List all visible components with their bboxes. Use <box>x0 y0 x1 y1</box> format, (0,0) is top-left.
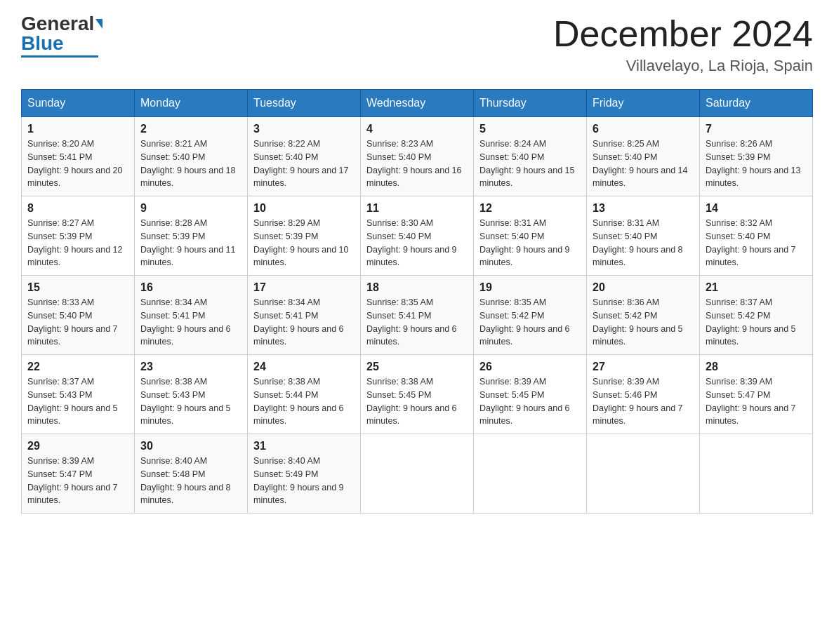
calendar-cell <box>700 434 813 514</box>
calendar-cell: 11 Sunrise: 8:30 AM Sunset: 5:40 PM Dayl… <box>361 196 474 276</box>
calendar-cell: 17 Sunrise: 8:34 AM Sunset: 5:41 PM Dayl… <box>248 276 361 355</box>
day-number: 25 <box>366 361 468 373</box>
calendar-cell: 23 Sunrise: 8:38 AM Sunset: 5:43 PM Dayl… <box>135 355 248 434</box>
day-number: 12 <box>479 202 581 215</box>
calendar-cell: 5 Sunrise: 8:24 AM Sunset: 5:40 PM Dayli… <box>474 117 587 196</box>
weekday-header-thursday: Thursday <box>474 90 587 117</box>
calendar-cell: 4 Sunrise: 8:23 AM Sunset: 5:40 PM Dayli… <box>361 117 474 196</box>
calendar-subtitle: Villavelayo, La Rioja, Spain <box>553 57 813 75</box>
day-number: 21 <box>706 281 807 294</box>
calendar-cell: 16 Sunrise: 8:34 AM Sunset: 5:41 PM Dayl… <box>135 276 248 355</box>
day-number: 23 <box>140 361 241 373</box>
calendar-week-row: 1 Sunrise: 8:20 AM Sunset: 5:41 PM Dayli… <box>22 117 813 196</box>
weekday-header-wednesday: Wednesday <box>361 90 474 117</box>
day-info: Sunrise: 8:22 AM Sunset: 5:40 PM Dayligh… <box>253 137 355 190</box>
day-info: Sunrise: 8:38 AM Sunset: 5:45 PM Dayligh… <box>366 375 468 428</box>
day-number: 19 <box>479 281 581 294</box>
calendar-cell: 31 Sunrise: 8:40 AM Sunset: 5:49 PM Dayl… <box>248 434 361 514</box>
day-info: Sunrise: 8:31 AM Sunset: 5:40 PM Dayligh… <box>479 217 581 269</box>
day-info: Sunrise: 8:24 AM Sunset: 5:40 PM Dayligh… <box>479 137 581 190</box>
weekday-header-sunday: Sunday <box>22 90 135 117</box>
calendar-cell: 21 Sunrise: 8:37 AM Sunset: 5:42 PM Dayl… <box>700 276 813 355</box>
calendar-cell: 15 Sunrise: 8:33 AM Sunset: 5:40 PM Dayl… <box>22 276 135 355</box>
day-number: 4 <box>366 123 468 135</box>
calendar-cell: 27 Sunrise: 8:39 AM Sunset: 5:46 PM Dayl… <box>587 355 700 434</box>
day-info: Sunrise: 8:40 AM Sunset: 5:48 PM Dayligh… <box>140 455 241 507</box>
calendar-cell: 28 Sunrise: 8:39 AM Sunset: 5:47 PM Dayl… <box>700 355 813 434</box>
day-number: 10 <box>253 202 355 215</box>
day-info: Sunrise: 8:21 AM Sunset: 5:40 PM Dayligh… <box>140 137 241 190</box>
day-info: Sunrise: 8:25 AM Sunset: 5:40 PM Dayligh… <box>593 137 694 190</box>
day-info: Sunrise: 8:39 AM Sunset: 5:46 PM Dayligh… <box>593 375 694 428</box>
day-number: 17 <box>253 281 355 294</box>
day-info: Sunrise: 8:40 AM Sunset: 5:49 PM Dayligh… <box>253 455 355 507</box>
day-number: 14 <box>706 202 807 215</box>
calendar-title: December 2024 <box>553 14 813 54</box>
day-info: Sunrise: 8:27 AM Sunset: 5:39 PM Dayligh… <box>27 217 128 269</box>
day-number: 1 <box>27 123 128 135</box>
day-number: 26 <box>479 361 581 373</box>
day-info: Sunrise: 8:26 AM Sunset: 5:39 PM Dayligh… <box>706 137 807 190</box>
day-number: 6 <box>593 123 694 135</box>
day-number: 20 <box>593 281 694 294</box>
calendar-cell: 19 Sunrise: 8:35 AM Sunset: 5:42 PM Dayl… <box>474 276 587 355</box>
day-info: Sunrise: 8:28 AM Sunset: 5:39 PM Dayligh… <box>140 217 241 269</box>
calendar-cell: 12 Sunrise: 8:31 AM Sunset: 5:40 PM Dayl… <box>474 196 587 276</box>
logo: GeneralBlue <box>21 14 102 58</box>
calendar-cell: 3 Sunrise: 8:22 AM Sunset: 5:40 PM Dayli… <box>248 117 361 196</box>
day-number: 13 <box>593 202 694 215</box>
calendar-cell: 29 Sunrise: 8:39 AM Sunset: 5:47 PM Dayl… <box>22 434 135 514</box>
logo-triangle-icon <box>95 19 102 29</box>
logo-text: GeneralBlue <box>21 14 102 53</box>
calendar-cell: 25 Sunrise: 8:38 AM Sunset: 5:45 PM Dayl… <box>361 355 474 434</box>
day-info: Sunrise: 8:36 AM Sunset: 5:42 PM Dayligh… <box>593 296 694 349</box>
calendar-cell: 22 Sunrise: 8:37 AM Sunset: 5:43 PM Dayl… <box>22 355 135 434</box>
day-info: Sunrise: 8:35 AM Sunset: 5:42 PM Dayligh… <box>479 296 581 349</box>
day-info: Sunrise: 8:39 AM Sunset: 5:45 PM Dayligh… <box>479 375 581 428</box>
day-info: Sunrise: 8:39 AM Sunset: 5:47 PM Dayligh… <box>706 375 807 428</box>
logo-underline <box>21 55 98 58</box>
weekday-header-tuesday: Tuesday <box>248 90 361 117</box>
day-info: Sunrise: 8:39 AM Sunset: 5:47 PM Dayligh… <box>27 455 128 507</box>
day-number: 16 <box>140 281 241 294</box>
calendar-cell: 9 Sunrise: 8:28 AM Sunset: 5:39 PM Dayli… <box>135 196 248 276</box>
day-number: 11 <box>366 202 468 215</box>
calendar-cell: 8 Sunrise: 8:27 AM Sunset: 5:39 PM Dayli… <box>22 196 135 276</box>
calendar-week-row: 29 Sunrise: 8:39 AM Sunset: 5:47 PM Dayl… <box>22 434 813 514</box>
calendar-cell: 30 Sunrise: 8:40 AM Sunset: 5:48 PM Dayl… <box>135 434 248 514</box>
calendar-week-row: 8 Sunrise: 8:27 AM Sunset: 5:39 PM Dayli… <box>22 196 813 276</box>
calendar-week-row: 15 Sunrise: 8:33 AM Sunset: 5:40 PM Dayl… <box>22 276 813 355</box>
calendar-cell <box>361 434 474 514</box>
weekday-header-saturday: Saturday <box>700 90 813 117</box>
day-number: 8 <box>27 202 128 215</box>
calendar-cell: 24 Sunrise: 8:38 AM Sunset: 5:44 PM Dayl… <box>248 355 361 434</box>
day-info: Sunrise: 8:23 AM Sunset: 5:40 PM Dayligh… <box>366 137 468 190</box>
day-number: 28 <box>706 361 807 373</box>
day-info: Sunrise: 8:31 AM Sunset: 5:40 PM Dayligh… <box>593 217 694 269</box>
day-number: 22 <box>27 361 128 373</box>
calendar-cell: 7 Sunrise: 8:26 AM Sunset: 5:39 PM Dayli… <box>700 117 813 196</box>
day-number: 9 <box>140 202 241 215</box>
day-number: 15 <box>27 281 128 294</box>
calendar-cell: 6 Sunrise: 8:25 AM Sunset: 5:40 PM Dayli… <box>587 117 700 196</box>
day-info: Sunrise: 8:33 AM Sunset: 5:40 PM Dayligh… <box>27 296 128 349</box>
day-info: Sunrise: 8:34 AM Sunset: 5:41 PM Dayligh… <box>140 296 241 349</box>
day-info: Sunrise: 8:34 AM Sunset: 5:41 PM Dayligh… <box>253 296 355 349</box>
calendar-cell: 18 Sunrise: 8:35 AM Sunset: 5:41 PM Dayl… <box>361 276 474 355</box>
calendar-cell <box>587 434 700 514</box>
calendar-cell: 1 Sunrise: 8:20 AM Sunset: 5:41 PM Dayli… <box>22 117 135 196</box>
calendar-cell: 2 Sunrise: 8:21 AM Sunset: 5:40 PM Dayli… <box>135 117 248 196</box>
calendar-table: SundayMondayTuesdayWednesdayThursdayFrid… <box>21 89 813 514</box>
title-block: December 2024 Villavelayo, La Rioja, Spa… <box>553 14 813 75</box>
day-info: Sunrise: 8:32 AM Sunset: 5:40 PM Dayligh… <box>706 217 807 269</box>
day-info: Sunrise: 8:38 AM Sunset: 5:44 PM Dayligh… <box>253 375 355 428</box>
day-number: 7 <box>706 123 807 135</box>
calendar-week-row: 22 Sunrise: 8:37 AM Sunset: 5:43 PM Dayl… <box>22 355 813 434</box>
day-info: Sunrise: 8:37 AM Sunset: 5:43 PM Dayligh… <box>27 375 128 428</box>
weekday-header-friday: Friday <box>587 90 700 117</box>
day-number: 29 <box>27 440 128 452</box>
day-number: 5 <box>479 123 581 135</box>
day-info: Sunrise: 8:35 AM Sunset: 5:41 PM Dayligh… <box>366 296 468 349</box>
calendar-cell: 14 Sunrise: 8:32 AM Sunset: 5:40 PM Dayl… <box>700 196 813 276</box>
day-number: 24 <box>253 361 355 373</box>
